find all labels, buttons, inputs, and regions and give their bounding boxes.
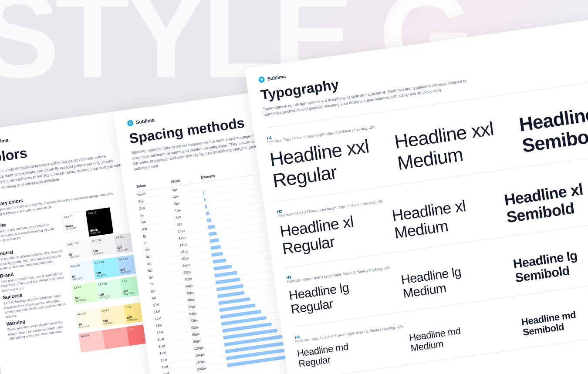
swatch-contrast: AA 6.86 xyxy=(91,237,112,243)
spacing-bar xyxy=(213,265,232,271)
type-sample: Headline xlSemibold xyxy=(503,179,588,226)
swatch-contrast: AA 5.29 xyxy=(80,332,101,338)
type-sample: Headline xlRegular xyxy=(279,211,370,257)
color-swatch: AA 4.750#DFFDD4 xyxy=(71,282,98,304)
brand-name: Sublima xyxy=(0,137,9,145)
type-sample: Headline xxlSemibold xyxy=(518,100,588,156)
color-swatch: AAA 21White#FFFFFF xyxy=(61,211,88,233)
swatch-hex xyxy=(107,344,128,347)
swatch-contrast xyxy=(105,329,125,332)
spacing-bar xyxy=(208,225,215,229)
spacing-bar xyxy=(203,191,204,195)
spacing-bar xyxy=(212,252,223,257)
swatch-contrast: AA 4.7 xyxy=(74,284,95,290)
swatch-name xyxy=(82,348,103,351)
color-swatch: AAA 7.2350#F9F9FB xyxy=(65,239,92,261)
type-sample: Headline xxlRegular xyxy=(268,136,373,192)
color-swatch xyxy=(102,327,129,349)
swatch-contrast: AA 4.5 xyxy=(101,307,122,313)
spacing-bar xyxy=(213,258,226,263)
spacing-bar xyxy=(209,232,217,236)
color-swatch: AAA 21Black#000000 xyxy=(86,208,114,237)
brand-name: Sublima xyxy=(267,74,286,81)
swatch-contrast: AA 4.84 xyxy=(77,310,98,316)
type-sample: Headline lgRegular xyxy=(288,277,378,317)
swatch-hex xyxy=(82,348,103,351)
color-swatch: AA 4.5100#FEF3C7 xyxy=(99,305,126,327)
swatch-contrast: AA 4.56 xyxy=(98,281,118,286)
type-sample: Headline xlMedium xyxy=(391,195,482,242)
logo-icon: S xyxy=(127,120,134,127)
color-swatch: AA 6.86100#F3F4F6 xyxy=(90,235,117,257)
swatch-contrast: AA 6.58 xyxy=(71,262,91,268)
type-sample: Headline lgSemibold xyxy=(512,246,588,285)
swatch-contrast: AAA 21 xyxy=(88,209,108,215)
spacing-bar xyxy=(206,218,211,222)
spacing-bar xyxy=(210,245,221,250)
color-swatch: AA 5.29 xyxy=(78,330,105,352)
spacing-bar xyxy=(204,198,206,201)
type-sample: Headline xxlMedium xyxy=(393,118,498,174)
swatch-contrast: AA 5.76 xyxy=(95,259,115,265)
col-pixels: Pixels xyxy=(170,176,201,184)
swatch-name xyxy=(107,344,128,347)
type-sample: Headline lgMedium xyxy=(400,261,490,301)
logo-icon: S xyxy=(258,76,265,83)
typography-card: S Sublima Typography Typography in our d… xyxy=(245,14,588,374)
brand-name: Sublima xyxy=(135,117,155,125)
swatch-contrast: AAA 7.23 xyxy=(68,240,88,246)
spacing-bar xyxy=(202,184,202,188)
spacing-bar xyxy=(205,205,207,209)
spacing-bar xyxy=(210,238,219,243)
swatch-contrast: AAA 21 xyxy=(64,213,84,219)
color-swatch: AA 4.56100#DCFCE7 xyxy=(96,279,123,301)
spacing-bar xyxy=(206,212,210,216)
color-swatch: AA 6.5850#F0F8FF xyxy=(68,260,95,283)
color-swatch: AA 5.76100#9CEEFF xyxy=(93,257,120,279)
color-swatch: AA 4.8450#FFFBEB xyxy=(75,308,102,330)
